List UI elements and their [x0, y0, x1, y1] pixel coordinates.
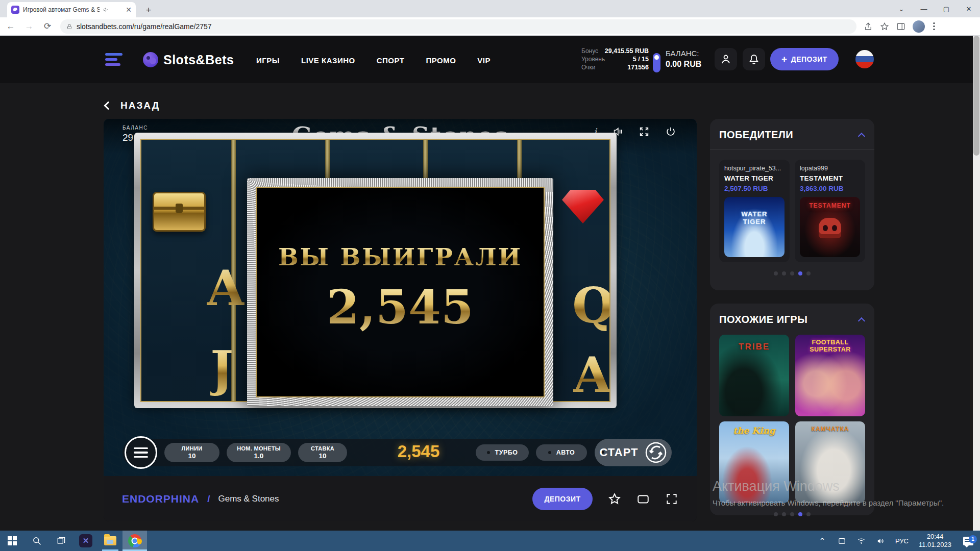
taskbar-file-explorer[interactable] — [98, 531, 122, 551]
window-maximize-button[interactable]: ▢ — [935, 0, 958, 17]
auto-toggle[interactable]: АВТО — [536, 444, 587, 461]
thumb-label: the King — [719, 425, 789, 436]
winner-game-thumb-testament[interactable]: TESTAMENT — [800, 197, 860, 257]
level-value: 5 / 15 — [633, 55, 649, 63]
nav-promo[interactable]: ПРОМО — [426, 56, 456, 65]
nav-games[interactable]: ИГРЫ — [256, 56, 280, 65]
carousel-dot[interactable] — [782, 512, 786, 516]
game-thumb-football-superstar[interactable]: FOOTBALLSUPERSTAR — [795, 335, 865, 416]
similar-games-header[interactable]: ПОХОЖИЕ ИГРЫ — [719, 314, 865, 325]
winner-game-thumb-water-tiger[interactable]: WATERTIGER — [724, 197, 785, 257]
site-header: Slots&Bets ИГРЫ LIVE КАЗИНО СПОРТ ПРОМО … — [0, 36, 980, 83]
skull-art — [819, 218, 841, 238]
scrollbar-thumb[interactable] — [973, 36, 979, 156]
bonus-value: 29,415.55 RUB — [605, 47, 649, 55]
start-button[interactable] — [0, 531, 24, 551]
nav-vip[interactable]: VIP — [477, 56, 491, 65]
browser-tab[interactable]: Игровой автомат Gems & S ✕ — [7, 2, 136, 17]
menu-burger-icon[interactable] — [105, 53, 124, 66]
bookmark-star-icon[interactable] — [880, 22, 889, 31]
carousel-dot[interactable] — [774, 271, 778, 276]
share-icon[interactable] — [864, 22, 873, 31]
tray-expand-chevron[interactable]: ⌃ — [813, 536, 832, 546]
expand-fullscreen-icon[interactable] — [665, 492, 678, 506]
game-menu-button[interactable] — [125, 436, 157, 469]
brand-name[interactable]: Slots&Bets — [163, 53, 234, 67]
fullscreen-icon[interactable] — [639, 126, 650, 137]
winner-card[interactable]: lopata999 TESTAMENT 3,863.00 RUB TESTAME… — [795, 160, 865, 262]
forward-button[interactable]: → — [21, 19, 37, 34]
indicator-dot — [487, 451, 490, 454]
address-bar[interactable]: slotsandbets.com/ru/game/realGame/2757 — [60, 19, 856, 34]
theater-mode-icon[interactable] — [636, 492, 650, 506]
site-page: Slots&Bets ИГРЫ LIVE КАЗИНО СПОРТ ПРОМО … — [0, 36, 980, 531]
taskbar-chrome[interactable] — [122, 531, 147, 551]
tablet-mode-icon[interactable] — [832, 537, 851, 545]
lock-icon — [66, 23, 72, 30]
carousel-dot[interactable] — [798, 271, 802, 276]
symbol-letter: A — [573, 346, 610, 402]
action-center-button[interactable]: 1 — [957, 537, 980, 545]
lines-control[interactable]: ЛИНИИ 10 — [164, 443, 219, 462]
thumb-label: TESTAMENT — [800, 202, 860, 209]
carousel-dot[interactable] — [806, 271, 811, 276]
taskbar-clock[interactable]: 20:44 11.01.2023 — [914, 533, 957, 549]
taskbar-search-button[interactable] — [24, 531, 49, 551]
turbo-toggle[interactable]: ТУРБО — [476, 444, 529, 461]
breadcrumb-separator: / — [207, 493, 210, 505]
winner-card[interactable]: hotspur_pirate_53... WATER TIGER 2,507.5… — [719, 160, 790, 262]
taskbar-app-x[interactable]: ✕ — [74, 531, 98, 551]
favorite-star-icon[interactable] — [608, 492, 621, 506]
indicator-dot — [548, 451, 551, 454]
game-thumb-tribe[interactable]: TRIBE — [719, 335, 789, 416]
back-link[interactable]: НАЗАД — [105, 100, 160, 111]
back-button[interactable]: ← — [3, 19, 18, 34]
wifi-icon[interactable] — [851, 537, 871, 545]
tab-search-chevron[interactable]: ⌄ — [890, 0, 913, 17]
volume-icon[interactable] — [871, 537, 890, 545]
game-canvas[interactable]: БАЛАНС 29,415 Gems & Stones i — [104, 119, 697, 476]
browser-menu-icon[interactable] — [933, 22, 935, 31]
coin-control[interactable]: НОМ. МОНЕТЫ 1.0 — [227, 443, 291, 462]
winners-header[interactable]: ПОБЕДИТЕЛИ — [719, 129, 865, 141]
chevron-up-icon[interactable] — [858, 317, 865, 324]
language-flag-russia[interactable] — [855, 50, 874, 68]
nav-sport[interactable]: СПОРТ — [377, 56, 405, 65]
game-thumb-kamchatka[interactable]: КАМЧАТКА — [795, 421, 865, 503]
coin-value: 1.0 — [254, 452, 264, 460]
carousel-dot[interactable] — [790, 512, 794, 516]
bet-control[interactable]: СТАВКА 10 — [298, 443, 347, 462]
game-deposit-button[interactable]: ДЕПОЗИТ — [532, 488, 593, 510]
brand-logo-icon[interactable] — [143, 52, 158, 67]
game-thumb-the-king[interactable]: the King — [719, 421, 789, 503]
carousel-dot[interactable] — [782, 271, 786, 276]
tab-close-icon[interactable]: ✕ — [126, 6, 132, 13]
header-deposit-button[interactable]: + ДЕПОЗИТ — [770, 48, 839, 70]
coin-label: НОМ. МОНЕТЫ — [237, 445, 281, 452]
window-minimize-button[interactable]: — — [913, 0, 935, 17]
page-scrollbar[interactable] — [973, 36, 980, 531]
task-view-button[interactable] — [49, 531, 74, 551]
carousel-dot[interactable] — [798, 512, 802, 516]
browser-profile-avatar[interactable] — [913, 20, 925, 33]
carousel-dot[interactable] — [774, 512, 778, 516]
carousel-dot[interactable] — [790, 271, 794, 276]
side-panel-icon[interactable] — [896, 22, 905, 31]
tab-title: Игровой автомат Gems & S — [23, 6, 100, 13]
chevron-up-icon[interactable] — [858, 133, 865, 140]
carousel-dot[interactable] — [806, 512, 811, 516]
profile-button[interactable] — [715, 48, 737, 70]
tab-audio-icon[interactable] — [103, 7, 109, 13]
reload-button[interactable]: ⟳ — [40, 19, 55, 34]
game-footer-actions: ДЕПОЗИТ — [532, 488, 678, 510]
win-popup: ВЫ ВЫИГРАЛИ 2,545 — [247, 178, 553, 406]
power-icon[interactable] — [665, 126, 676, 137]
symbol-letter: Q — [572, 277, 610, 334]
nav-live-casino[interactable]: LIVE КАЗИНО — [301, 56, 355, 65]
provider-link[interactable]: ENDORPHINA — [122, 493, 199, 505]
new-tab-button[interactable]: + — [142, 4, 155, 17]
start-spin-button[interactable]: СТАРТ — [595, 439, 672, 466]
keyboard-language[interactable]: РУС — [890, 537, 914, 545]
window-close-button[interactable]: ✕ — [958, 0, 980, 17]
notifications-button[interactable] — [743, 48, 765, 70]
